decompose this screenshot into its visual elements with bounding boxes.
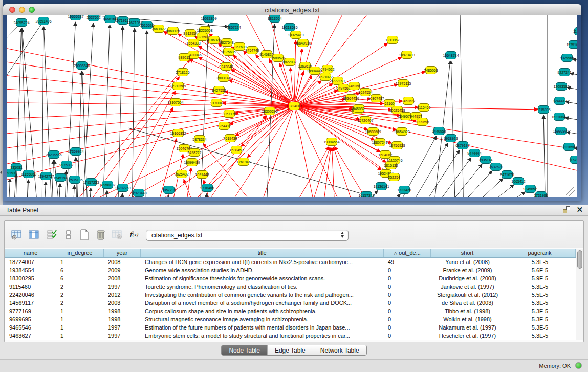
table-selector-dropdown[interactable]: citations_edges.txt	[146, 230, 349, 241]
graph-node[interactable]: 62160	[384, 100, 395, 107]
collapse-arrow-icon[interactable]	[0, 170, 2, 174]
resize-grip[interactable]	[565, 187, 574, 196]
function-builder-icon[interactable]: f(x)	[127, 229, 140, 241]
graph-node[interactable]: 12942737	[38, 172, 54, 180]
graph-node[interactable]: 15992971	[553, 127, 569, 135]
column-header-pagerank[interactable]: pagerank	[504, 249, 576, 257]
delete-attribute-icon[interactable]	[95, 229, 107, 241]
graph-node[interactable]: 1167533	[569, 156, 577, 164]
tab-network-table[interactable]: Network Table	[313, 345, 366, 355]
table-row[interactable]: 911546021997Tourette syndrome. Phenomeno…	[5, 282, 583, 291]
graph-node[interactable]: 3057175	[222, 110, 236, 118]
graph-node[interactable]: 16099489	[184, 159, 200, 166]
graph-node[interactable]: 19384554	[323, 138, 339, 146]
graph-node[interactable]: 20053346	[74, 62, 90, 70]
graph-node[interactable]: 1213967	[385, 36, 399, 44]
graph-node[interactable]: 9716485	[200, 184, 214, 192]
graph-node[interactable]: 2367608	[232, 43, 246, 51]
graph-node[interactable]: 1545194	[53, 174, 67, 182]
graph-node[interactable]: 8427552	[212, 86, 226, 94]
graph-node[interactable]: 8822037	[282, 58, 296, 66]
graph-node[interactable]: 9463627	[401, 97, 415, 105]
graph-node[interactable]: 8454749	[245, 47, 259, 54]
graph-node[interactable]: 8175685	[222, 48, 235, 56]
graph-node[interactable]: 7485063	[424, 67, 438, 74]
graph-node[interactable]: 9777169	[331, 77, 344, 85]
graph-node[interactable]: 7632621	[489, 163, 503, 171]
graph-node[interactable]: 9474444	[467, 149, 481, 157]
graph-node[interactable]: 1065412	[511, 178, 525, 185]
graph-node[interactable]: 1244413	[553, 97, 567, 105]
column-header-short[interactable]: short	[431, 249, 504, 257]
graph-node[interactable]: 917004	[210, 99, 222, 107]
table-row[interactable]: 946554611997Estimation of the future num…	[5, 323, 583, 332]
column-header-in_degree[interactable]: in_degree	[56, 249, 104, 257]
graph-node[interactable]: 1691448	[195, 171, 209, 179]
table-row[interactable]: 1456911722003Disruption of a novel membe…	[5, 299, 583, 307]
table-row[interactable]: 969969511998Structural magnetic resonanc…	[5, 315, 583, 323]
table-scrollbar[interactable]	[576, 249, 583, 340]
table-row[interactable]: 946362711997Embryonic stem cells: a mode…	[5, 332, 583, 340]
graph-node[interactable]: 19136141	[373, 183, 389, 190]
graph-node[interactable]: 20206556	[46, 151, 61, 159]
graph-node[interactable]: 2935114	[479, 156, 493, 164]
graph-node[interactable]: 9115460	[417, 104, 431, 112]
table-row[interactable]: 977716911998Corpus callosum shape and si…	[5, 307, 583, 315]
graph-node[interactable]: 12505135	[67, 176, 82, 184]
graph-node[interactable]: 20691406	[35, 17, 51, 25]
graph-node[interactable]: 1538459	[229, 146, 243, 154]
graph-node[interactable]: 12093582	[553, 83, 569, 91]
table-row[interactable]: 1872400712008Changes of HCN gene express…	[5, 258, 583, 266]
graph-node[interactable]: 17957253	[83, 179, 99, 186]
column-header-title[interactable]: title	[141, 249, 384, 257]
graph-node[interactable]: 1761945	[236, 158, 250, 166]
panel-divider-strip[interactable]	[0, 0, 3, 205]
graph-node[interactable]: 1654338	[186, 39, 200, 47]
graph-node[interactable]: 19756928	[389, 142, 405, 149]
graph-node[interactable]: 1815132	[384, 162, 398, 169]
table-settings-icon[interactable]	[11, 229, 23, 241]
column-header-year[interactable]: year	[104, 249, 141, 257]
graph-node[interactable]: 1733426	[397, 186, 411, 194]
graph-node[interactable]: 10655287	[68, 15, 83, 20]
graph-node[interactable]: 8813054	[268, 15, 281, 23]
graph-node[interactable]: 7254412	[217, 122, 231, 130]
graph-node[interactable]: 2718126	[176, 69, 189, 76]
graph-node[interactable]: 16640910	[295, 39, 311, 47]
graph-node[interactable]: 1527602	[86, 15, 100, 21]
graph-node[interactable]: 2803144	[216, 74, 230, 82]
graph-node[interactable]: 16648784	[443, 52, 459, 59]
memory-status-indicator[interactable]	[575, 362, 582, 369]
column-header-name[interactable]: name	[5, 249, 56, 257]
graph-node[interactable]: 17016504	[561, 143, 577, 151]
graph-node[interactable]: 10958107	[99, 181, 115, 189]
network-canvas[interactable]: 1872400776638229860125891295418226058982…	[7, 15, 577, 197]
graph-node[interactable]: 9498222	[187, 149, 201, 157]
graph-node[interactable]: 746266	[348, 82, 360, 90]
graph-node[interactable]: 16210643	[551, 113, 567, 121]
graph-node[interactable]: 7619434	[223, 135, 237, 142]
close-panel-icon[interactable]: ✕	[576, 206, 583, 213]
graph-node[interactable]: 12213589	[170, 82, 186, 90]
scrollbar-thumb[interactable]	[577, 250, 582, 269]
graph-node[interactable]: 16033809	[201, 15, 216, 23]
network-graph[interactable]: 1872400776638229860125891295418226058982…	[7, 15, 577, 197]
graph-node[interactable]: 7515526	[140, 21, 154, 29]
graph-node[interactable]: 252254	[388, 173, 400, 181]
float-panel-icon[interactable]	[563, 206, 570, 213]
graph-node[interactable]: 6879197	[455, 142, 469, 149]
table-row[interactable]: 2242004622012Investigating the contribut…	[5, 291, 583, 299]
graph-node[interactable]: 10807487	[368, 95, 384, 102]
graph-node[interactable]: 16782759	[115, 184, 130, 192]
tab-node-table[interactable]: Node Table	[222, 345, 268, 355]
graph-node[interactable]: 7857224	[227, 24, 241, 31]
graph-node[interactable]: 9899695	[415, 118, 429, 126]
graph-node[interactable]: 9329965	[560, 54, 574, 62]
network-window-titlebar[interactable]: citations_edges.txt	[3, 4, 581, 15]
graph-node[interactable]: 6794022	[320, 65, 334, 73]
graph-node[interactable]: 1112304	[573, 28, 577, 35]
graph-node[interactable]: 12975115	[396, 80, 411, 87]
new-table-icon[interactable]	[78, 229, 91, 241]
graph-node[interactable]: 7625402	[175, 170, 188, 178]
show-columns-icon[interactable]	[28, 229, 40, 241]
